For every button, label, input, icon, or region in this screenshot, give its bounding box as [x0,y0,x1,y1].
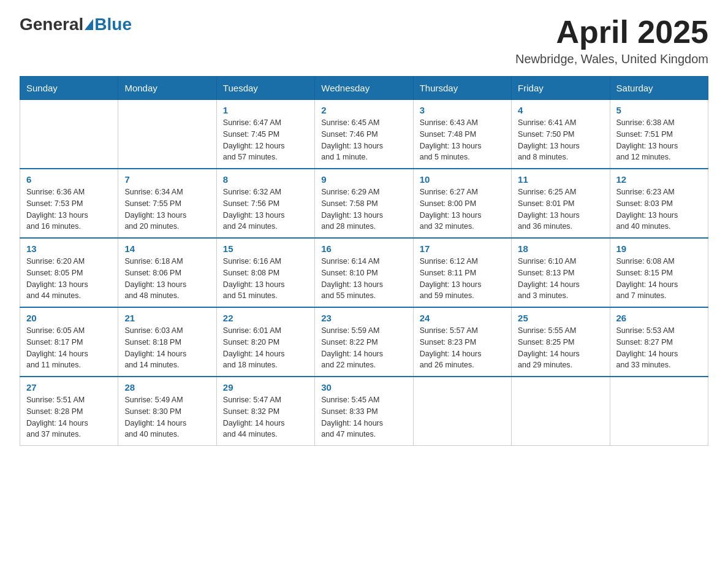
title-area: April 2025 Newbridge, Wales, United King… [515,15,708,66]
calendar-cell: 7Sunrise: 6:34 AM Sunset: 7:55 PM Daylig… [118,169,216,238]
day-number: 6 [26,174,112,185]
day-number: 18 [518,243,603,254]
day-info: Sunrise: 6:20 AM Sunset: 8:05 PM Dayligh… [26,256,112,302]
logo-general-text: General [20,15,83,34]
day-number: 30 [321,382,406,393]
calendar-table: SundayMondayTuesdayWednesdayThursdayFrid… [20,76,708,446]
day-info: Sunrise: 6:34 AM Sunset: 7:55 PM Dayligh… [124,186,210,232]
day-number: 22 [223,313,308,323]
day-info: Sunrise: 5:55 AM Sunset: 8:25 PM Dayligh… [518,325,603,371]
day-number: 20 [26,313,112,323]
calendar-cell [20,100,118,169]
day-info: Sunrise: 6:47 AM Sunset: 7:45 PM Dayligh… [223,117,308,163]
calendar-cell: 19Sunrise: 6:08 AM Sunset: 8:15 PM Dayli… [610,238,708,307]
day-info: Sunrise: 5:45 AM Sunset: 8:33 PM Dayligh… [321,394,406,440]
day-number: 19 [616,243,702,254]
day-number: 23 [321,313,406,323]
calendar-cell: 9Sunrise: 6:29 AM Sunset: 7:58 PM Daylig… [315,169,413,238]
day-info: Sunrise: 6:27 AM Sunset: 8:00 PM Dayligh… [420,186,505,232]
day-info: Sunrise: 6:12 AM Sunset: 8:11 PM Dayligh… [420,256,505,302]
calendar-cell: 15Sunrise: 6:16 AM Sunset: 8:08 PM Dayli… [216,238,314,307]
weekday-header-wednesday: Wednesday [315,77,413,100]
day-info: Sunrise: 6:14 AM Sunset: 8:10 PM Dayligh… [321,256,406,302]
calendar-cell: 20Sunrise: 6:05 AM Sunset: 8:17 PM Dayli… [20,307,118,377]
day-number: 9 [321,174,406,185]
calendar-cell: 16Sunrise: 6:14 AM Sunset: 8:10 PM Dayli… [315,238,413,307]
calendar-cell: 18Sunrise: 6:10 AM Sunset: 8:13 PM Dayli… [512,238,610,307]
calendar-cell: 1Sunrise: 6:47 AM Sunset: 7:45 PM Daylig… [216,100,314,169]
calendar-cell: 12Sunrise: 6:23 AM Sunset: 8:03 PM Dayli… [610,169,708,238]
day-number: 12 [616,174,702,185]
calendar-cell [118,100,216,169]
calendar-cell: 6Sunrise: 6:36 AM Sunset: 7:53 PM Daylig… [20,169,118,238]
day-info: Sunrise: 6:36 AM Sunset: 7:53 PM Dayligh… [26,186,112,232]
day-info: Sunrise: 6:23 AM Sunset: 8:03 PM Dayligh… [616,186,702,232]
day-number: 4 [518,105,603,115]
calendar-cell: 2Sunrise: 6:45 AM Sunset: 7:46 PM Daylig… [315,100,413,169]
day-number: 14 [124,243,210,254]
calendar-week-row: 27Sunrise: 5:51 AM Sunset: 8:28 PM Dayli… [20,377,708,446]
calendar-cell [413,377,511,446]
day-number: 25 [518,313,603,323]
day-number: 2 [321,105,406,115]
calendar-cell: 23Sunrise: 5:59 AM Sunset: 8:22 PM Dayli… [315,307,413,377]
day-info: Sunrise: 6:41 AM Sunset: 7:50 PM Dayligh… [518,117,603,163]
calendar-cell: 24Sunrise: 5:57 AM Sunset: 8:23 PM Dayli… [413,307,511,377]
page-header: General Blue April 2025 Newbridge, Wales… [20,15,708,66]
day-number: 29 [223,382,308,393]
day-info: Sunrise: 6:18 AM Sunset: 8:06 PM Dayligh… [124,256,210,302]
calendar-cell: 3Sunrise: 6:43 AM Sunset: 7:48 PM Daylig… [413,100,511,169]
day-number: 26 [616,313,702,323]
weekday-header-row: SundayMondayTuesdayWednesdayThursdayFrid… [20,77,708,100]
day-number: 27 [26,382,112,393]
weekday-header-monday: Monday [118,77,216,100]
calendar-week-row: 20Sunrise: 6:05 AM Sunset: 8:17 PM Dayli… [20,307,708,377]
calendar-cell: 17Sunrise: 6:12 AM Sunset: 8:11 PM Dayli… [413,238,511,307]
day-info: Sunrise: 6:45 AM Sunset: 7:46 PM Dayligh… [321,117,406,163]
calendar-cell: 10Sunrise: 6:27 AM Sunset: 8:00 PM Dayli… [413,169,511,238]
day-number: 17 [420,243,505,254]
day-info: Sunrise: 5:57 AM Sunset: 8:23 PM Dayligh… [420,325,505,371]
weekday-header-tuesday: Tuesday [216,77,314,100]
calendar-week-row: 1Sunrise: 6:47 AM Sunset: 7:45 PM Daylig… [20,100,708,169]
day-number: 28 [124,382,210,393]
day-info: Sunrise: 6:25 AM Sunset: 8:01 PM Dayligh… [518,186,603,232]
day-info: Sunrise: 5:53 AM Sunset: 8:27 PM Dayligh… [616,325,702,371]
day-info: Sunrise: 6:16 AM Sunset: 8:08 PM Dayligh… [223,256,308,302]
day-info: Sunrise: 5:49 AM Sunset: 8:30 PM Dayligh… [124,394,210,440]
day-info: Sunrise: 6:38 AM Sunset: 7:51 PM Dayligh… [616,117,702,163]
day-info: Sunrise: 6:43 AM Sunset: 7:48 PM Dayligh… [420,117,505,163]
calendar-cell: 28Sunrise: 5:49 AM Sunset: 8:30 PM Dayli… [118,377,216,446]
day-number: 1 [223,105,308,115]
weekday-header-saturday: Saturday [610,77,708,100]
day-info: Sunrise: 6:05 AM Sunset: 8:17 PM Dayligh… [26,325,112,371]
calendar-cell: 29Sunrise: 5:47 AM Sunset: 8:32 PM Dayli… [216,377,314,446]
day-number: 16 [321,243,406,254]
day-number: 5 [616,105,702,115]
calendar-cell: 21Sunrise: 6:03 AM Sunset: 8:18 PM Dayli… [118,307,216,377]
day-number: 24 [420,313,505,323]
month-title: April 2025 [515,15,708,50]
calendar-cell: 11Sunrise: 6:25 AM Sunset: 8:01 PM Dayli… [512,169,610,238]
day-number: 21 [124,313,210,323]
logo: General Blue [20,15,132,34]
weekday-header-sunday: Sunday [20,77,118,100]
logo-blue-text: Blue [94,15,132,34]
day-number: 3 [420,105,505,115]
calendar-cell: 5Sunrise: 6:38 AM Sunset: 7:51 PM Daylig… [610,100,708,169]
day-number: 7 [124,174,210,185]
day-info: Sunrise: 6:32 AM Sunset: 7:56 PM Dayligh… [223,186,308,232]
calendar-week-row: 13Sunrise: 6:20 AM Sunset: 8:05 PM Dayli… [20,238,708,307]
day-info: Sunrise: 6:08 AM Sunset: 8:15 PM Dayligh… [616,256,702,302]
day-info: Sunrise: 6:01 AM Sunset: 8:20 PM Dayligh… [223,325,308,371]
day-info: Sunrise: 6:03 AM Sunset: 8:18 PM Dayligh… [124,325,210,371]
weekday-header-thursday: Thursday [413,77,511,100]
calendar-cell: 30Sunrise: 5:45 AM Sunset: 8:33 PM Dayli… [315,377,413,446]
calendar-cell [610,377,708,446]
calendar-cell: 4Sunrise: 6:41 AM Sunset: 7:50 PM Daylig… [512,100,610,169]
day-number: 15 [223,243,308,254]
day-info: Sunrise: 5:47 AM Sunset: 8:32 PM Dayligh… [223,394,308,440]
day-info: Sunrise: 6:10 AM Sunset: 8:13 PM Dayligh… [518,256,603,302]
day-info: Sunrise: 5:59 AM Sunset: 8:22 PM Dayligh… [321,325,406,371]
calendar-week-row: 6Sunrise: 6:36 AM Sunset: 7:53 PM Daylig… [20,169,708,238]
